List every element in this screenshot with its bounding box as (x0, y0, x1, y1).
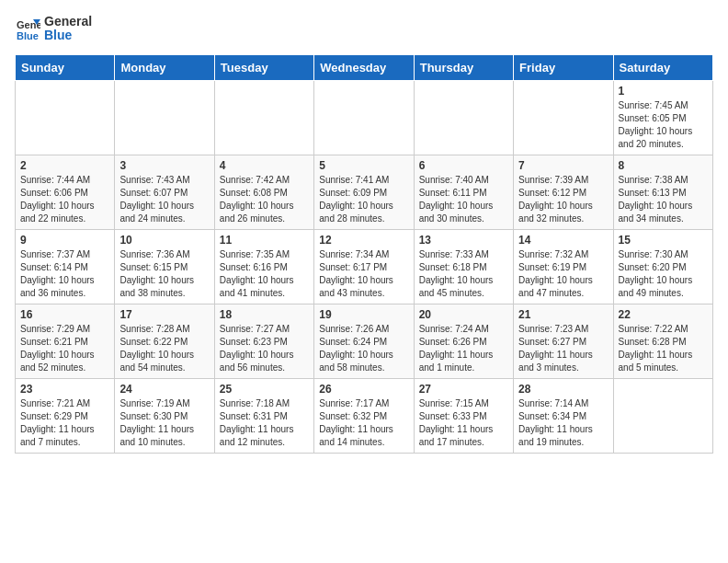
day-info: Sunrise: 7:44 AM Sunset: 6:06 PM Dayligh… (20, 174, 109, 225)
day-cell (16, 80, 115, 155)
day-number: 3 (119, 159, 209, 172)
day-cell: 12Sunrise: 7:34 AM Sunset: 6:17 PM Dayli… (314, 229, 414, 304)
calendar-body: 1Sunrise: 7:45 AM Sunset: 6:05 PM Daylig… (16, 80, 713, 453)
day-info: Sunrise: 7:26 AM Sunset: 6:24 PM Dayligh… (319, 323, 408, 374)
day-cell: 2Sunrise: 7:44 AM Sunset: 6:06 PM Daylig… (16, 155, 115, 229)
weekday-header-saturday: Saturday (613, 54, 712, 80)
day-number: 1 (619, 85, 708, 98)
day-cell: 19Sunrise: 7:26 AM Sunset: 6:24 PM Dayli… (314, 304, 414, 378)
day-cell: 18Sunrise: 7:27 AM Sunset: 6:23 PM Dayli… (214, 304, 313, 378)
day-info: Sunrise: 7:35 AM Sunset: 6:16 PM Dayligh… (220, 248, 309, 300)
day-cell: 1Sunrise: 7:45 AM Sunset: 6:05 PM Daylig… (613, 80, 712, 155)
day-number: 11 (220, 234, 309, 247)
day-cell: 3Sunrise: 7:43 AM Sunset: 6:07 PM Daylig… (115, 155, 214, 229)
day-cell (214, 80, 313, 155)
day-number: 23 (20, 383, 109, 396)
day-number: 4 (220, 159, 309, 172)
day-info: Sunrise: 7:27 AM Sunset: 6:23 PM Dayligh… (220, 323, 309, 374)
day-cell: 26Sunrise: 7:17 AM Sunset: 6:32 PM Dayli… (314, 378, 414, 453)
day-info: Sunrise: 7:22 AM Sunset: 6:28 PM Dayligh… (619, 323, 708, 374)
weekday-header-row: SundayMondayTuesdayWednesdayThursdayFrid… (16, 54, 713, 80)
day-info: Sunrise: 7:17 AM Sunset: 6:32 PM Dayligh… (319, 397, 408, 449)
day-cell: 14Sunrise: 7:32 AM Sunset: 6:19 PM Dayli… (514, 229, 613, 304)
day-cell: 10Sunrise: 7:36 AM Sunset: 6:15 PM Dayli… (115, 229, 214, 304)
week-row-1: 1Sunrise: 7:45 AM Sunset: 6:05 PM Daylig… (16, 80, 713, 155)
weekday-header-tuesday: Tuesday (214, 54, 313, 80)
logo-blue: Blue (44, 29, 92, 42)
svg-text:Blue: Blue (17, 30, 39, 41)
day-cell: 5Sunrise: 7:41 AM Sunset: 6:09 PM Daylig… (314, 155, 414, 229)
day-cell: 13Sunrise: 7:33 AM Sunset: 6:18 PM Dayli… (414, 229, 513, 304)
day-info: Sunrise: 7:36 AM Sunset: 6:15 PM Dayligh… (119, 248, 209, 300)
day-number: 17 (119, 308, 209, 321)
week-row-3: 9Sunrise: 7:37 AM Sunset: 6:14 PM Daylig… (16, 229, 713, 304)
day-number: 22 (619, 308, 708, 321)
day-info: Sunrise: 7:23 AM Sunset: 6:27 PM Dayligh… (518, 323, 608, 374)
day-number: 16 (20, 308, 109, 321)
day-number: 8 (619, 159, 708, 172)
day-cell: 11Sunrise: 7:35 AM Sunset: 6:16 PM Dayli… (214, 229, 313, 304)
day-number: 13 (419, 234, 508, 247)
day-info: Sunrise: 7:41 AM Sunset: 6:09 PM Dayligh… (319, 174, 408, 225)
logo-general: General (44, 15, 92, 29)
day-number: 24 (119, 383, 209, 396)
day-cell: 7Sunrise: 7:39 AM Sunset: 6:12 PM Daylig… (514, 155, 613, 229)
day-number: 9 (20, 234, 109, 247)
day-cell: 25Sunrise: 7:18 AM Sunset: 6:31 PM Dayli… (214, 378, 313, 453)
day-cell: 6Sunrise: 7:40 AM Sunset: 6:11 PM Daylig… (414, 155, 513, 229)
day-info: Sunrise: 7:43 AM Sunset: 6:07 PM Dayligh… (119, 174, 209, 225)
day-cell: 8Sunrise: 7:38 AM Sunset: 6:13 PM Daylig… (613, 155, 712, 229)
day-cell: 16Sunrise: 7:29 AM Sunset: 6:21 PM Dayli… (16, 304, 115, 378)
week-row-5: 23Sunrise: 7:21 AM Sunset: 6:29 PM Dayli… (16, 378, 713, 453)
day-cell (314, 80, 414, 155)
header: General Blue General Blue (15, 15, 713, 43)
day-cell: 17Sunrise: 7:28 AM Sunset: 6:22 PM Dayli… (115, 304, 214, 378)
day-number: 2 (20, 159, 109, 172)
day-cell (414, 80, 513, 155)
day-info: Sunrise: 7:19 AM Sunset: 6:30 PM Dayligh… (119, 397, 209, 449)
day-cell: 20Sunrise: 7:24 AM Sunset: 6:26 PM Dayli… (414, 304, 513, 378)
day-number: 27 (419, 383, 508, 396)
day-info: Sunrise: 7:18 AM Sunset: 6:31 PM Dayligh… (220, 397, 309, 449)
day-info: Sunrise: 7:37 AM Sunset: 6:14 PM Dayligh… (20, 248, 109, 300)
day-number: 15 (619, 234, 708, 247)
day-info: Sunrise: 7:29 AM Sunset: 6:21 PM Dayligh… (20, 323, 109, 374)
day-info: Sunrise: 7:34 AM Sunset: 6:17 PM Dayligh… (319, 248, 408, 300)
day-number: 28 (518, 383, 608, 396)
day-number: 20 (419, 308, 508, 321)
day-cell: 4Sunrise: 7:42 AM Sunset: 6:08 PM Daylig… (214, 155, 313, 229)
day-number: 18 (220, 308, 309, 321)
day-cell (613, 378, 712, 453)
day-info: Sunrise: 7:24 AM Sunset: 6:26 PM Dayligh… (419, 323, 508, 374)
day-cell: 28Sunrise: 7:14 AM Sunset: 6:34 PM Dayli… (514, 378, 613, 453)
day-info: Sunrise: 7:45 AM Sunset: 6:05 PM Dayligh… (619, 99, 708, 151)
day-info: Sunrise: 7:30 AM Sunset: 6:20 PM Dayligh… (619, 248, 708, 300)
day-number: 6 (419, 159, 508, 172)
weekday-header-thursday: Thursday (414, 54, 513, 80)
day-number: 5 (319, 159, 408, 172)
day-cell: 27Sunrise: 7:15 AM Sunset: 6:33 PM Dayli… (414, 378, 513, 453)
day-number: 19 (319, 308, 408, 321)
day-info: Sunrise: 7:32 AM Sunset: 6:19 PM Dayligh… (518, 248, 608, 300)
day-number: 12 (319, 234, 408, 247)
weekday-header-monday: Monday (115, 54, 214, 80)
logo-icon: General Blue (15, 16, 40, 41)
logo: General Blue General Blue (15, 15, 92, 43)
day-info: Sunrise: 7:40 AM Sunset: 6:11 PM Dayligh… (419, 174, 508, 225)
day-cell: 15Sunrise: 7:30 AM Sunset: 6:20 PM Dayli… (613, 229, 712, 304)
day-number: 21 (518, 308, 608, 321)
day-info: Sunrise: 7:28 AM Sunset: 6:22 PM Dayligh… (119, 323, 209, 374)
weekday-header-wednesday: Wednesday (314, 54, 414, 80)
day-info: Sunrise: 7:15 AM Sunset: 6:33 PM Dayligh… (419, 397, 508, 449)
day-info: Sunrise: 7:39 AM Sunset: 6:12 PM Dayligh… (518, 174, 608, 225)
weekday-header-sunday: Sunday (16, 54, 115, 80)
day-info: Sunrise: 7:38 AM Sunset: 6:13 PM Dayligh… (619, 174, 708, 225)
weekday-header-friday: Friday (514, 54, 613, 80)
day-number: 14 (518, 234, 608, 247)
day-number: 26 (319, 383, 408, 396)
day-info: Sunrise: 7:14 AM Sunset: 6:34 PM Dayligh… (518, 397, 608, 449)
day-cell: 23Sunrise: 7:21 AM Sunset: 6:29 PM Dayli… (16, 378, 115, 453)
week-row-4: 16Sunrise: 7:29 AM Sunset: 6:21 PM Dayli… (16, 304, 713, 378)
day-cell: 9Sunrise: 7:37 AM Sunset: 6:14 PM Daylig… (16, 229, 115, 304)
day-info: Sunrise: 7:33 AM Sunset: 6:18 PM Dayligh… (419, 248, 508, 300)
